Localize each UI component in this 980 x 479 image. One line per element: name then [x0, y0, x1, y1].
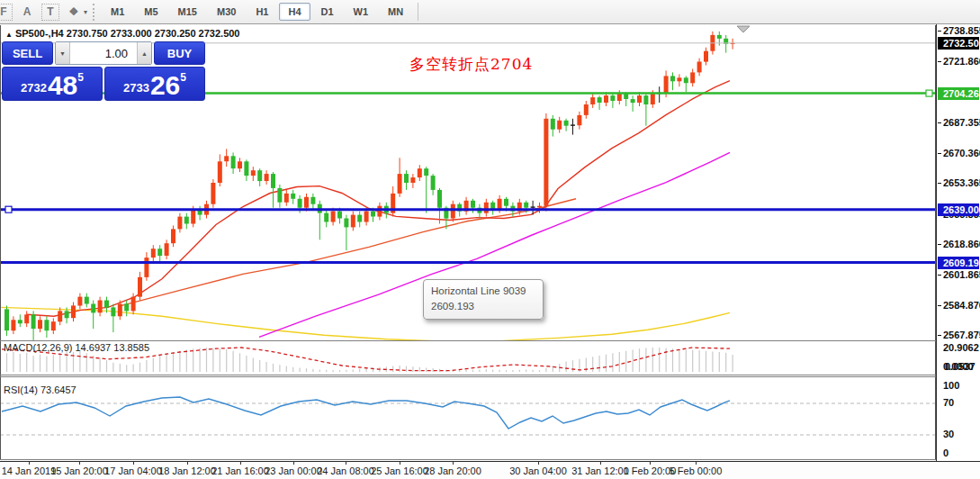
candle-body	[77, 297, 82, 306]
time-tick-mark	[240, 462, 241, 465]
candle-body	[577, 115, 581, 125]
rsi-line	[2, 397, 730, 429]
candle-body	[157, 249, 162, 256]
candle-body	[524, 203, 528, 208]
rsi-scale-label: 70	[943, 397, 954, 408]
ma-red	[27, 81, 730, 317]
candle-body	[418, 168, 422, 177]
candle-body	[498, 199, 502, 210]
price-tick-label: 2601.865	[943, 269, 980, 280]
line-handle[interactable]	[926, 90, 932, 96]
sell-button[interactable]: SELL	[2, 41, 53, 65]
candle-body	[310, 197, 315, 204]
label-a-icon[interactable]: A	[18, 4, 36, 21]
sell-price-display[interactable]: 2732 48 5	[2, 67, 103, 101]
candle-body	[684, 77, 688, 83]
candle-body	[98, 301, 103, 313]
grid-f-icon[interactable]: F	[0, 4, 13, 21]
candle-body	[231, 156, 236, 168]
candle-body	[384, 206, 389, 213]
candle-body	[677, 77, 681, 81]
time-tick-mark	[650, 462, 651, 465]
timeframe-button-h4[interactable]: H4	[279, 3, 310, 21]
time-tick-label: 15 Jan 20:00	[50, 465, 108, 476]
buy-price-whole: 2733	[123, 81, 149, 95]
candle-body	[151, 249, 156, 258]
candle-body	[457, 204, 462, 212]
buy-button[interactable]: BUY	[154, 41, 205, 65]
timeframe-button-m30[interactable]: M30	[208, 3, 245, 21]
toolbar-separator	[418, 3, 418, 21]
candle-body	[724, 39, 728, 44]
object-tooltip: Horizontal Line 9039 2609.193	[423, 279, 544, 320]
price-axis[interactable]: 2738.8552721.8602687.3552670.3602653.365…	[936, 24, 980, 461]
one-click-trade-panel: SELL ▼ 1.00 ▲ BUY 2732 48 5 2733 26 5	[2, 41, 205, 101]
buy-price-pips: 26	[150, 73, 180, 99]
candle-body	[398, 174, 402, 194]
candle-body	[590, 97, 595, 104]
candle-body	[610, 95, 615, 101]
candle-body	[171, 229, 175, 243]
candle-body	[238, 161, 242, 168]
candle-body	[357, 215, 362, 222]
time-tick-label: 5 Feb 00:00	[670, 465, 723, 476]
text-t-icon[interactable]: T	[41, 4, 59, 21]
price-tick-label: 2670.360	[943, 148, 980, 158]
candle-body	[551, 119, 555, 130]
candle-body	[91, 304, 95, 313]
timeframe-button-d1[interactable]: D1	[312, 3, 343, 21]
candle-body	[44, 320, 49, 330]
time-tick-mark	[600, 462, 601, 465]
chart-shift-triangle-icon[interactable]	[737, 26, 750, 32]
candle-body	[177, 217, 182, 230]
time-tick-mark	[346, 462, 346, 465]
timeframe-button-m5[interactable]: M5	[135, 3, 166, 21]
volume-input[interactable]: 1.00	[70, 42, 137, 64]
candle-body	[51, 321, 56, 330]
candle-body	[557, 121, 562, 130]
time-tick-label: 28 Jan 20:00	[424, 465, 481, 476]
chart-area[interactable]: ▲SP500-,H4 2730.750 2733.000 2730.250 27…	[0, 24, 980, 479]
candle-body	[104, 301, 109, 308]
toolbar-grip[interactable]	[93, 4, 97, 21]
candle-body	[265, 174, 269, 181]
rsi-pane	[0, 397, 935, 435]
crosshair-style-icon[interactable]: ❖	[65, 4, 83, 21]
timeframe-button-m1[interactable]: M1	[102, 3, 133, 21]
candle-body	[643, 95, 648, 104]
candle-body	[517, 203, 522, 212]
timeframe-button-m15[interactable]: M15	[169, 3, 206, 21]
price-tick-label: 2721.860	[943, 56, 980, 67]
candle-body	[318, 204, 322, 213]
ohlc-readout: 2730.750 2733.000 2730.250 2732.500	[67, 28, 240, 39]
volume-up-button[interactable]: ▲	[137, 42, 151, 64]
volume-down-button[interactable]: ▼	[56, 42, 70, 64]
time-axis[interactable]: 14 Jan 201915 Jan 20:0017 Jan 04:0018 Ja…	[0, 461, 980, 479]
dropdown-arrow-icon[interactable]: ▾	[84, 8, 87, 16]
candle-body	[637, 95, 642, 103]
time-tick-mark	[293, 462, 294, 465]
candle-body	[544, 119, 548, 206]
chart-title: ▲SP500-,H4 2730.750 2733.000 2730.250 27…	[5, 28, 240, 39]
macd-label: MACD(12,26,9) 14.6937 13.8585	[4, 342, 149, 353]
collapse-triangle-icon[interactable]: ▲	[5, 31, 13, 39]
candle-body	[11, 320, 15, 330]
candle-body	[631, 99, 635, 103]
candle-body	[71, 305, 76, 318]
candle-body	[277, 188, 282, 203]
timeframe-button-w1[interactable]: W1	[345, 3, 378, 21]
sell-price-fraction: 5	[77, 71, 84, 84]
price-tick-label: 2567.875	[943, 330, 980, 340]
timeframe-button-h1[interactable]: H1	[247, 3, 277, 21]
buy-price-display[interactable]: 2733 26 5	[104, 67, 205, 101]
candle-body	[391, 194, 395, 213]
candle-body	[351, 215, 355, 228]
timeframe-button-mn[interactable]: MN	[379, 3, 412, 21]
time-tick-label: 24 Jan 08:00	[317, 465, 374, 476]
time-tick-label: 1 Feb 20:00	[624, 465, 677, 476]
candle-body	[404, 174, 409, 183]
chart-text-annotation[interactable]: 多空转折点2704	[409, 54, 533, 75]
time-tick-label: 30 Jan 04:00	[509, 465, 567, 476]
line-handle[interactable]	[5, 206, 12, 212]
candle-body	[65, 311, 69, 318]
